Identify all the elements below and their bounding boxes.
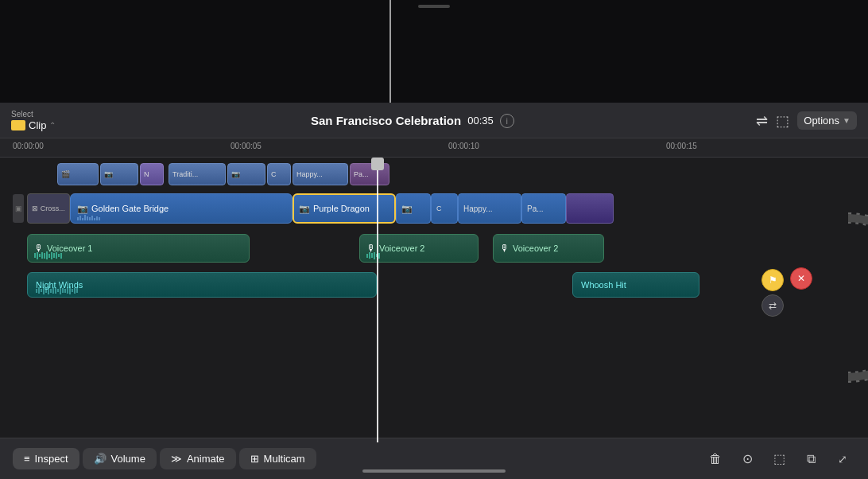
- clip-chevron-icon: ⌃: [49, 121, 56, 130]
- check-icon: ⊙: [742, 451, 753, 466]
- main-clip-happy-label: Happy...: [463, 204, 493, 213]
- upper-clip-5[interactable]: 📷: [227, 163, 265, 185]
- tracks-area: 🎬 📷 N Traditi... 📷: [0, 158, 868, 442]
- main-clip-extra-2-label: C: [436, 204, 442, 212]
- volume-label: Volume: [111, 453, 145, 465]
- main-clip-extra-2[interactable]: C: [431, 193, 458, 224]
- time-mark-15: 00:00:15: [666, 142, 697, 150]
- multicam-label: Multicam: [264, 453, 305, 465]
- upper-clip-7[interactable]: Happy...: [293, 163, 348, 185]
- animate-label: Animate: [187, 453, 225, 465]
- upper-clip-6-label: C: [271, 170, 277, 178]
- delete-button[interactable]: 🗑: [703, 446, 728, 472]
- timeline-container[interactable]: 00:00:00 00:00:05 00:00:10 00:00:15 🎬 📷: [0, 138, 868, 442]
- voiceover-1-waveform: [34, 251, 242, 259]
- upper-clips-row: 🎬 📷 N Traditi... 📷: [57, 161, 868, 188]
- options-label: Options: [804, 115, 839, 127]
- header-right-group: ⇌ ⬚ Options ▼: [756, 111, 857, 130]
- bottom-toolbar: ≡ Inspect 🔊 Volume ≫ Animate ⊞ Multicam …: [0, 438, 868, 479]
- project-timecode: 00:35: [467, 115, 494, 127]
- purple-dragon-clip[interactable]: 📷 Purple Dragon: [293, 193, 396, 224]
- preview-scroll-dots: [418, 5, 450, 8]
- clip-selector-label: Clip: [29, 119, 46, 131]
- track-handle[interactable]: ▣: [13, 194, 24, 223]
- flag-button[interactable]: ⚑: [761, 269, 784, 291]
- inspect-icon: ≡: [24, 453, 30, 465]
- multicam-button[interactable]: ⊞ Multicam: [239, 448, 316, 469]
- options-chevron-icon: ▼: [843, 116, 851, 125]
- fit-icon: ⬚: [773, 451, 785, 466]
- upper-clip-8-label: Pa...: [354, 170, 369, 178]
- checkmark-button[interactable]: ⊙: [734, 446, 760, 472]
- header-title-group: San Francisco Celebration 00:35 i: [68, 114, 756, 128]
- voiceover-2b-label: Voiceover 2: [513, 243, 558, 253]
- toolbar-right: 🗑 ⊙ ⬚ ⧉ ⤢: [703, 446, 855, 472]
- blade-button[interactable]: ⧉: [798, 446, 823, 472]
- voiceover-track: 🎙 Voiceover 1 🎙 Voiceover 2: [27, 232, 868, 265]
- time-mark-0: 00:00:00: [13, 142, 44, 150]
- clip-selector[interactable]: Clip ⌃: [11, 119, 56, 131]
- blade-icon: ⧉: [807, 452, 816, 466]
- multicam-icon: ⊞: [250, 453, 259, 465]
- fit-button[interactable]: ⬚: [766, 446, 792, 472]
- inspect-label: Inspect: [35, 453, 68, 465]
- night-winds-clip[interactable]: Night Winds: [27, 272, 377, 298]
- expand-icon[interactable]: ⬚: [776, 112, 789, 130]
- whoosh-hit-label: Whoosh Hit: [581, 280, 626, 290]
- upper-clip-3[interactable]: N: [140, 163, 164, 185]
- golden-gate-clip[interactable]: 📷 Golden Gate Bridge: [70, 193, 293, 224]
- overlay-buttons: ⚑ ⇄: [761, 269, 784, 317]
- voiceover-1-clip[interactable]: 🎙 Voiceover 1: [27, 234, 250, 263]
- purple-dragon-label: Purple Dragon: [313, 204, 370, 213]
- options-button[interactable]: Options ▼: [797, 111, 857, 130]
- jog-wheel-container[interactable]: [808, 202, 868, 393]
- clip-color-icon: [11, 120, 25, 130]
- toolbar-left: ≡ Inspect 🔊 Volume ≫ Animate ⊞ Multicam: [13, 448, 316, 469]
- close-icon: ✕: [797, 273, 805, 284]
- main-clip-happy[interactable]: Happy...: [458, 193, 521, 224]
- preview-playhead: [389, 0, 391, 103]
- jog-wheel-svg: [808, 202, 868, 393]
- music-track: Night Winds Whoosh Hit: [27, 270, 868, 300]
- app-container: Select Clip ⌃ San Francisco Celebration …: [0, 0, 868, 479]
- upper-clip-8[interactable]: Pa...: [350, 163, 389, 185]
- header-bar: Select Clip ⌃ San Francisco Celebration …: [0, 103, 868, 138]
- main-clip-extra-1[interactable]: 📷: [396, 193, 431, 224]
- golden-gate-label: Golden Gate Bridge: [91, 204, 169, 213]
- zoom-fit-button[interactable]: ⤢: [830, 446, 855, 472]
- whoosh-hit-clip[interactable]: Whoosh Hit: [572, 272, 699, 298]
- preview-area: [0, 0, 868, 103]
- swap-icon: ⇄: [769, 300, 777, 311]
- golden-gate-cam-icon: 📷: [77, 204, 88, 214]
- main-clip-pa[interactable]: Pa...: [521, 193, 566, 224]
- upper-clip-5-icon: 📷: [231, 170, 240, 178]
- upper-clip-1[interactable]: 🎬: [57, 163, 99, 185]
- time-mark-5: 00:00:05: [231, 142, 262, 150]
- upper-clip-2[interactable]: 📷: [100, 163, 138, 185]
- volume-icon: 🔊: [94, 453, 107, 465]
- upper-clip-6[interactable]: C: [267, 163, 291, 185]
- purple-dragon-cam-icon: 📷: [299, 204, 310, 214]
- upper-clip-7-label: Happy...: [296, 170, 323, 178]
- swap-button[interactable]: ⇄: [761, 294, 784, 317]
- select-label: Select: [11, 110, 56, 119]
- upper-clip-4[interactable]: Traditi...: [169, 163, 226, 185]
- animate-button[interactable]: ≫ Animate: [160, 448, 236, 469]
- link-icon[interactable]: ⇌: [756, 112, 768, 130]
- animate-icon: ≫: [171, 453, 182, 465]
- delete-icon: 🗑: [709, 452, 722, 466]
- main-clip-pa-label: Pa...: [527, 204, 544, 213]
- cross-dissolve-clip[interactable]: ⊠ Cross...: [27, 193, 70, 224]
- info-button[interactable]: i: [500, 114, 514, 128]
- inspect-button[interactable]: ≡ Inspect: [13, 448, 79, 469]
- volume-button[interactable]: 🔊 Volume: [83, 448, 157, 469]
- time-ruler: 00:00:00 00:00:05 00:00:10 00:00:15: [0, 138, 868, 158]
- upper-clip-4-label: Traditi...: [172, 170, 198, 178]
- cross-dissolve-label: ⊠ Cross...: [32, 204, 65, 212]
- night-winds-waveform: [36, 286, 368, 294]
- voiceover-2b-clip[interactable]: 🎙 Voiceover 2: [493, 234, 604, 263]
- main-clip-last[interactable]: [566, 193, 614, 224]
- main-clip-extra-1-icon: 📷: [401, 204, 413, 214]
- scroll-bar[interactable]: [362, 469, 506, 473]
- voiceover-2a-clip[interactable]: 🎙 Voiceover 2: [359, 234, 479, 263]
